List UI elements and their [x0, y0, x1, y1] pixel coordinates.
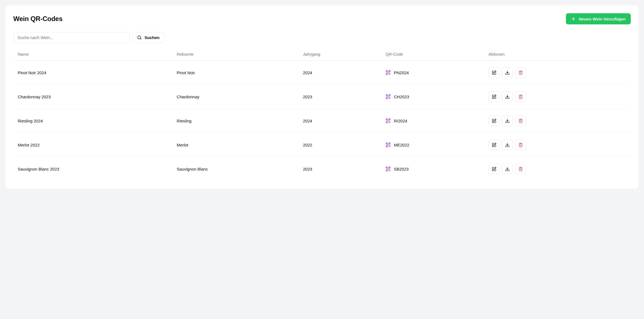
trash-icon: [518, 143, 523, 147]
delete-button[interactable]: [515, 140, 526, 150]
edit-icon: [492, 143, 496, 147]
cell-qrcode: ME2022: [381, 133, 484, 157]
cell-variety: Sauvignon Blanc: [172, 157, 298, 181]
table-row: Pinot Noir 2024 Pinot Noir 2024: [13, 61, 631, 85]
cell-actions: [484, 61, 631, 85]
cell-year: 2023: [298, 85, 381, 109]
cell-variety: Merlot: [172, 133, 298, 157]
cell-variety: Chardonnay: [172, 85, 298, 109]
delete-button[interactable]: [515, 164, 526, 174]
svg-rect-3: [386, 73, 387, 74]
qrcode-value: SB2023: [394, 167, 408, 171]
cell-actions: [484, 133, 631, 157]
cell-variety: Pinot Noir: [172, 61, 298, 85]
page-title: Wein QR-Codes: [13, 15, 63, 23]
delete-button[interactable]: [515, 115, 526, 126]
qrcode-icon: [385, 94, 391, 99]
cell-name: Merlot 2022: [13, 133, 172, 157]
cell-qrcode: CH2023: [381, 85, 484, 109]
download-button[interactable]: [502, 164, 513, 174]
svg-rect-14: [389, 119, 390, 120]
cell-name: Sauvignon Blanc 2023: [13, 157, 172, 181]
wine-table: Name Rebsorte Jahrgang QR-Code Aktionen …: [13, 48, 631, 181]
edit-icon: [492, 94, 496, 99]
cell-year: 2023: [298, 157, 381, 181]
cell-actions: [484, 157, 631, 181]
header: Wein QR-Codes Neuen Wein hinzufügen: [13, 13, 631, 24]
download-button[interactable]: [502, 115, 513, 126]
download-icon: [505, 167, 510, 171]
qrcode-icon: [385, 166, 391, 172]
qrcode-icon: [385, 70, 391, 75]
edit-button[interactable]: [488, 67, 499, 78]
svg-rect-1: [386, 71, 387, 72]
svg-rect-7: [386, 95, 387, 96]
download-icon: [505, 119, 510, 123]
svg-rect-8: [389, 95, 390, 96]
cell-year: 2024: [298, 61, 381, 85]
svg-rect-21: [386, 146, 387, 147]
cell-actions: [484, 85, 631, 109]
edit-icon: [492, 70, 496, 75]
main-card: Wein QR-Codes Neuen Wein hinzufügen Such…: [6, 6, 638, 189]
qrcode-value: RI2024: [394, 119, 407, 123]
svg-rect-20: [389, 143, 390, 144]
cell-actions: [484, 109, 631, 133]
edit-button[interactable]: [488, 91, 499, 102]
download-button[interactable]: [502, 67, 513, 78]
cell-variety: Riesling: [172, 109, 298, 133]
download-button[interactable]: [502, 140, 513, 150]
trash-icon: [518, 70, 523, 75]
search-button[interactable]: Suchen: [132, 32, 164, 43]
plus-icon: [571, 16, 576, 21]
download-button[interactable]: [502, 91, 513, 102]
search-input[interactable]: [13, 32, 130, 43]
edit-button[interactable]: [488, 164, 499, 174]
edit-button[interactable]: [488, 140, 499, 150]
cell-qrcode: SB2023: [381, 157, 484, 181]
download-icon: [505, 94, 510, 99]
svg-rect-25: [386, 167, 387, 168]
cell-name: Riesling 2024: [13, 109, 172, 133]
qrcode-icon: [385, 118, 391, 124]
search-button-label: Suchen: [145, 35, 159, 40]
cell-year: 2022: [298, 133, 381, 157]
delete-button[interactable]: [515, 67, 526, 78]
add-wine-button[interactable]: Neuen Wein hinzufügen: [566, 13, 631, 24]
trash-icon: [518, 119, 523, 123]
svg-rect-9: [386, 97, 387, 99]
qrcode-value: ME2022: [394, 143, 409, 147]
svg-rect-13: [386, 119, 387, 120]
column-header-name: Name: [13, 48, 172, 61]
svg-rect-19: [386, 143, 387, 144]
cell-qrcode: PN2024: [381, 61, 484, 85]
svg-rect-2: [389, 71, 390, 72]
svg-rect-26: [389, 167, 390, 168]
table-row: Riesling 2024 Riesling 2024: [13, 109, 631, 133]
table-row: Merlot 2022 Merlot 2022: [13, 133, 631, 157]
svg-rect-15: [386, 122, 387, 123]
table-row: Sauvignon Blanc 2023 Sauvignon Blanc 202…: [13, 157, 631, 181]
cell-year: 2024: [298, 109, 381, 133]
qrcode-value: CH2023: [394, 94, 409, 99]
trash-icon: [518, 167, 523, 171]
trash-icon: [518, 94, 523, 99]
cell-name: Chardonnay 2023: [13, 85, 172, 109]
column-header-variety: Rebsorte: [172, 48, 298, 61]
qrcode-icon: [385, 142, 391, 148]
edit-button[interactable]: [488, 115, 499, 126]
download-icon: [505, 143, 510, 147]
qrcode-value: PN2024: [394, 70, 409, 75]
edit-icon: [492, 119, 496, 123]
column-header-actions: Aktionen: [484, 48, 631, 61]
download-icon: [505, 70, 510, 75]
delete-button[interactable]: [515, 91, 526, 102]
search-row: Suchen: [13, 32, 631, 43]
svg-rect-27: [386, 170, 387, 171]
column-header-year: Jahrgang: [298, 48, 381, 61]
search-icon: [137, 35, 142, 40]
edit-icon: [492, 167, 496, 171]
cell-qrcode: RI2024: [381, 109, 484, 133]
add-wine-button-label: Neuen Wein hinzufügen: [579, 17, 626, 21]
column-header-qrcode: QR-Code: [381, 48, 484, 61]
